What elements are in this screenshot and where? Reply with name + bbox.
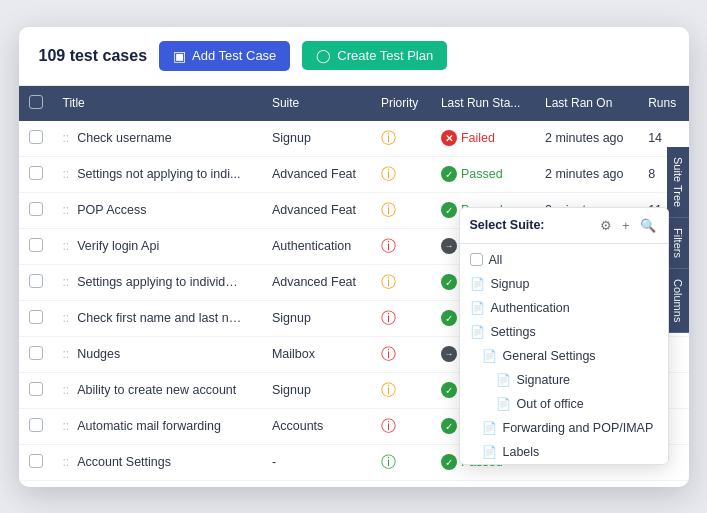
suite-settings-button[interactable]: ⚙: [598, 216, 614, 235]
passed-icon: ✓: [441, 274, 457, 290]
sidebar-tab-suite-tree[interactable]: Suite Tree: [667, 147, 689, 218]
row-title: Automatic mail forwarding: [77, 419, 221, 433]
passed-icon: ✓: [441, 310, 457, 326]
suite-dropdown-actions: ⚙ + 🔍: [598, 216, 658, 235]
table-header-row: Title Suite Priority Last Run Sta... Las…: [19, 86, 689, 121]
suite-item-label: Authentication: [491, 301, 570, 315]
folder-icon: 📄: [470, 277, 485, 291]
table-row[interactable]: ::Check usernameSignupⓘ✕ Failed2 minutes…: [19, 121, 689, 157]
row-checkbox[interactable]: [29, 310, 43, 324]
sidebar-tab-columns[interactable]: Columns: [667, 269, 689, 333]
drag-handle: ::: [63, 347, 70, 361]
folder-icon: 📄: [482, 445, 497, 459]
suite-list-item[interactable]: 📄Forwarding and POP/IMAP: [460, 416, 668, 440]
status-badge-failed: ✕ Failed: [441, 130, 495, 146]
table-row[interactable]: ::Settings not applying to indi...Advanc…: [19, 156, 689, 192]
priority-icon: ⓘ: [381, 381, 396, 398]
add-icon: ▣: [173, 48, 186, 64]
row-priority: ⓘ: [371, 121, 431, 157]
passed-icon: ✓: [441, 382, 457, 398]
row-suite: Authentication: [262, 228, 371, 264]
row-checkbox[interactable]: [29, 382, 43, 396]
passed-icon: ✓: [441, 418, 457, 434]
suite-list-item[interactable]: 📄Authentication: [460, 296, 668, 320]
row-title: Check username: [77, 131, 172, 145]
row-checkbox[interactable]: [29, 454, 43, 468]
passed-icon: ✓: [441, 454, 457, 470]
create-test-plan-button[interactable]: ◯ Create Test Plan: [302, 41, 447, 70]
suite-search-button[interactable]: 🔍: [638, 216, 658, 235]
drag-handle: ::: [63, 311, 70, 325]
folder-icon: 📄: [496, 397, 511, 411]
folder-icon: 📄: [496, 373, 511, 387]
suite-list-item[interactable]: 📄Signup: [460, 272, 668, 296]
row-status: ✕ Failed: [431, 121, 535, 157]
priority-icon: ⓘ: [381, 273, 396, 290]
folder-icon: 📄: [482, 421, 497, 435]
folder-icon: 📄: [482, 349, 497, 363]
priority-icon: ⓘ: [381, 165, 396, 182]
sidebar-tabs: Suite Tree Filters Columns: [667, 147, 689, 334]
passed-icon: ✓: [441, 202, 457, 218]
row-priority: ⓘ: [371, 300, 431, 336]
add-btn-label: Add Test Case: [192, 48, 276, 63]
row-title: Settings applying to individu...: [77, 275, 242, 289]
row-title: Check first name and last na...: [77, 311, 242, 325]
row-priority: ⓘ: [371, 372, 431, 408]
suite-list-item[interactable]: 📄Out of office: [460, 392, 668, 416]
sidebar-tab-filters[interactable]: Filters: [667, 218, 689, 269]
priority-icon: ⓘ: [381, 129, 396, 146]
col-title: Title: [53, 86, 262, 121]
row-suite: Signup: [262, 300, 371, 336]
row-last-ran-on: 2 minutes ago: [535, 121, 638, 157]
row-title: Verify login Api: [77, 239, 159, 253]
suite-add-button[interactable]: +: [620, 216, 632, 235]
folder-icon: 📄: [470, 301, 485, 315]
row-suite: Accounts: [262, 408, 371, 444]
row-suite: Advanced Feat: [262, 264, 371, 300]
row-title: Settings not applying to indi...: [77, 167, 240, 181]
suite-list-item[interactable]: 📄Signature: [460, 368, 668, 392]
suite-list-item[interactable]: 📄Settings: [460, 320, 668, 344]
suite-list-item[interactable]: 📄Labels: [460, 440, 668, 464]
suite-item-label: All: [489, 253, 503, 267]
test-count: 109 test cases: [39, 47, 148, 65]
suite-checkbox[interactable]: [470, 253, 483, 266]
row-suite: Signup: [262, 121, 371, 157]
row-checkbox[interactable]: [29, 202, 43, 216]
col-last-run-status: Last Run Sta...: [431, 86, 535, 121]
row-suite: Advanced Feat: [262, 192, 371, 228]
row-priority: ⓘ: [371, 264, 431, 300]
passed-icon: ✓: [441, 166, 457, 182]
row-title: Ability to create new account: [77, 383, 236, 397]
row-checkbox[interactable]: [29, 418, 43, 432]
suite-list-item[interactable]: All: [460, 248, 668, 272]
suite-dropdown-title: Select Suite:: [470, 218, 545, 232]
row-checkbox[interactable]: [29, 130, 43, 144]
row-title: POP Access: [77, 203, 146, 217]
header-checkbox[interactable]: [29, 95, 43, 109]
row-title: Account Settings: [77, 455, 171, 469]
row-checkbox[interactable]: [29, 346, 43, 360]
row-suite: Mailbox: [262, 336, 371, 372]
app-container: 109 test cases ▣ Add Test Case ◯ Create …: [19, 27, 689, 487]
row-checkbox[interactable]: [29, 238, 43, 252]
row-priority: ⓘ: [371, 408, 431, 444]
top-bar: 109 test cases ▣ Add Test Case ◯ Create …: [19, 27, 689, 86]
suite-dropdown: Select Suite: ⚙ + 🔍 All📄Signup📄Authentic…: [459, 207, 669, 465]
row-checkbox[interactable]: [29, 274, 43, 288]
row-priority: ⓘ: [371, 444, 431, 480]
row-priority: ⓘ: [371, 228, 431, 264]
create-icon: ◯: [316, 48, 331, 63]
col-suite: Suite: [262, 86, 371, 121]
suite-list-item[interactable]: 📄General Settings: [460, 344, 668, 368]
suite-dropdown-header: Select Suite: ⚙ + 🔍: [460, 208, 668, 244]
row-checkbox[interactable]: [29, 166, 43, 180]
col-runs: Runs: [638, 86, 688, 121]
row-priority: ⓘ: [371, 192, 431, 228]
row-suite: Signup: [262, 372, 371, 408]
failed-icon: ✕: [441, 130, 457, 146]
drag-handle: ::: [63, 131, 70, 145]
blocked-icon: →: [441, 238, 457, 254]
add-test-case-button[interactable]: ▣ Add Test Case: [159, 41, 290, 71]
